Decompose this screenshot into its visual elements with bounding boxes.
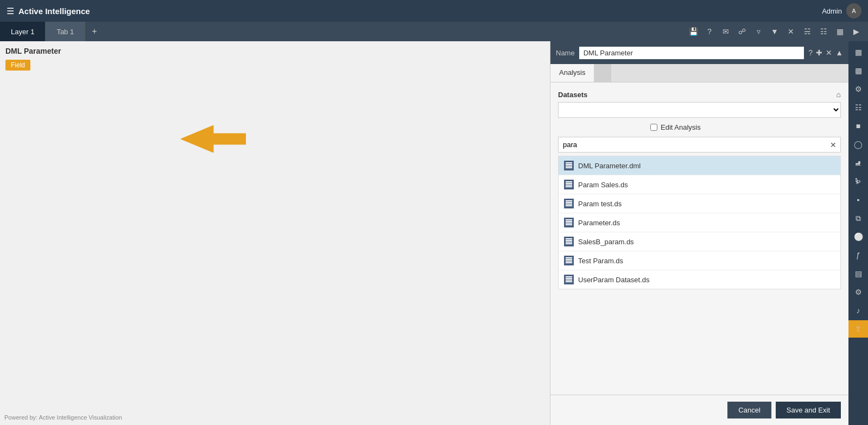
dataset-icon-2 [564,199,574,208]
svg-rect-11 [566,204,572,205]
search-clear-button[interactable]: ✕ [830,141,837,149]
svg-rect-3 [566,166,572,167]
dataset-item-3[interactable]: Parameter.ds [559,213,840,232]
panel-move-icon[interactable]: ✚ [816,48,822,57]
email-icon[interactable]: ✉ [719,25,732,38]
tab-second[interactable] [594,64,611,82]
panel-tabs: Analysis [550,64,848,83]
dataset-item-2[interactable]: Param test.ds [559,194,840,213]
svg-rect-6 [566,183,572,184]
svg-rect-24 [566,262,572,263]
tab-tab1[interactable]: Tab 1 [46,22,85,41]
sidebar-document-icon[interactable]: ■ [848,117,868,135]
right-sidebar: ▦ ▩ ⚙ ☷ ■ ◯ ⛸ ⛷ ▪ ⧉ ⚪ ƒ ▤ ⚙ ♪ ⇧ [848,41,868,425]
sidebar-circle-icon[interactable]: ◯ [848,136,868,153]
nav-left: ☰ Active Intelligence [7,6,90,16]
search-input[interactable] [558,137,841,153]
chat-icon[interactable]: ☍ [736,25,749,38]
tab-layer1[interactable]: Layer 1 [0,22,46,41]
datasets-label: Datasets [558,91,587,99]
name-input[interactable] [579,47,804,59]
dataset-name-5: Test Param.ds [578,257,623,265]
svg-rect-1 [566,162,572,163]
layout-icon[interactable]: ▦ [833,25,846,38]
panel-header-icons: ? ✚ ✕ ▲ [808,48,843,57]
table-icon[interactable]: ☵ [801,25,814,38]
field-badge: Field [5,60,30,71]
svg-rect-10 [566,202,572,203]
sidebar-layers-icon[interactable]: ▦ [848,43,868,61]
dataset-item-5[interactable]: Test Param.ds [559,251,840,270]
filter1-icon[interactable]: ▿ [752,25,765,38]
right-panel: Name ? ✚ ✕ ▲ Analysis Datasets ⌂ [550,41,848,425]
app-title: Active Intelligence [18,7,90,16]
dataset-icon-3 [564,218,574,227]
svg-rect-17 [566,238,572,239]
sidebar-spreadsheet-icon[interactable]: ⛷ [848,173,868,190]
panel-body: Datasets ⌂ Edit Analysis ✕ [550,83,848,395]
svg-rect-15 [566,223,572,224]
dataset-item-4[interactable]: SalesB_param.ds [559,232,840,251]
dataset-list: DML Parameter.dml Param Sales.ds [558,156,841,289]
dataset-select[interactable] [558,102,841,118]
sidebar-map-icon[interactable]: ⚙ [848,80,868,98]
cancel-button[interactable]: Cancel [727,402,771,418]
dataset-name-6: UserParam Dataset.ds [578,276,650,284]
svg-rect-26 [566,278,572,279]
svg-rect-9 [566,200,572,201]
dataset-icon-4 [564,237,574,246]
filter2-icon[interactable]: ▼ [768,25,781,38]
panel-expand-icon[interactable]: ▲ [835,48,843,57]
sidebar-bell-icon[interactable]: ♪ [848,302,868,319]
dataset-item-1[interactable]: Param Sales.ds [559,175,840,194]
tab-add-button[interactable]: + [85,22,103,41]
svg-rect-2 [566,164,572,165]
svg-rect-27 [566,280,572,281]
edit-analysis-checkbox[interactable] [650,124,657,131]
search-box-row: ✕ [558,137,841,153]
svg-rect-7 [566,185,572,186]
dataset-name-3: Parameter.ds [578,219,620,227]
svg-marker-0 [181,125,246,153]
panel-close-icon[interactable]: ✕ [826,48,832,57]
dataset-item-0[interactable]: DML Parameter.dml [559,156,840,175]
dataset-item-6[interactable]: UserParam Dataset.ds [559,270,840,289]
grid-icon[interactable]: ☷ [817,25,830,38]
save-exit-button[interactable]: Save and Exit [776,402,841,418]
help-icon[interactable]: ? [703,25,716,38]
powered-by-text: Powered by: Active Intelligence Visualiz… [4,414,122,421]
sidebar-minichart-icon[interactable]: ▪ [848,191,868,208]
sidebar-fx-icon[interactable]: ƒ [848,246,868,264]
dataset-select-row [558,102,841,118]
tab-analysis[interactable]: Analysis [550,64,594,82]
dataset-icon-0 [564,161,574,170]
expand-icon[interactable]: ▶ [850,25,863,38]
sidebar-settings-icon[interactable]: ⚙ [848,283,868,301]
sidebar-filecopy-icon[interactable]: ▤ [848,265,868,282]
home-icon[interactable]: ⌂ [837,90,841,99]
dataset-icon-6 [564,275,574,284]
admin-label: Admin [822,7,842,15]
dataset-name-1: Param Sales.ds [578,181,628,189]
toolbar-row: Layer 1 Tab 1 + 💾 ? ✉ ☍ ▿ ▼ ✕ ☵ ☷ ▦ ▶ [0,22,868,41]
hamburger-icon[interactable]: ☰ [7,6,14,16]
toolbar-icons: 💾 ? ✉ ☍ ▿ ▼ ✕ ☵ ☷ ▦ ▶ [687,25,868,38]
dataset-name-0: DML Parameter.dml [578,162,641,170]
sidebar-image-icon[interactable]: ⛸ [848,154,868,172]
dataset-name-4: SalesB_param.ds [578,238,634,246]
dataset-icon-1 [564,180,574,189]
panel-footer: Cancel Save and Exit [550,395,848,425]
save-icon[interactable]: 💾 [687,25,700,38]
svg-rect-20 [566,243,572,244]
sidebar-copy-icon[interactable]: ⧉ [848,210,868,227]
svg-rect-5 [566,181,572,182]
sidebar-table-icon[interactable]: ☷ [848,99,868,116]
panel-help-icon[interactable]: ? [808,48,813,57]
canvas-area: DML Parameter Field Powered by: Active I… [0,41,550,425]
svg-rect-28 [566,281,572,282]
sidebar-people-icon[interactable]: ⚪ [848,228,868,245]
sidebar-upload-icon[interactable]: ⇧ [848,320,868,338]
sidebar-barchart-icon[interactable]: ▩ [848,62,868,79]
delete-icon[interactable]: ✕ [784,25,797,38]
svg-rect-8 [566,186,572,187]
